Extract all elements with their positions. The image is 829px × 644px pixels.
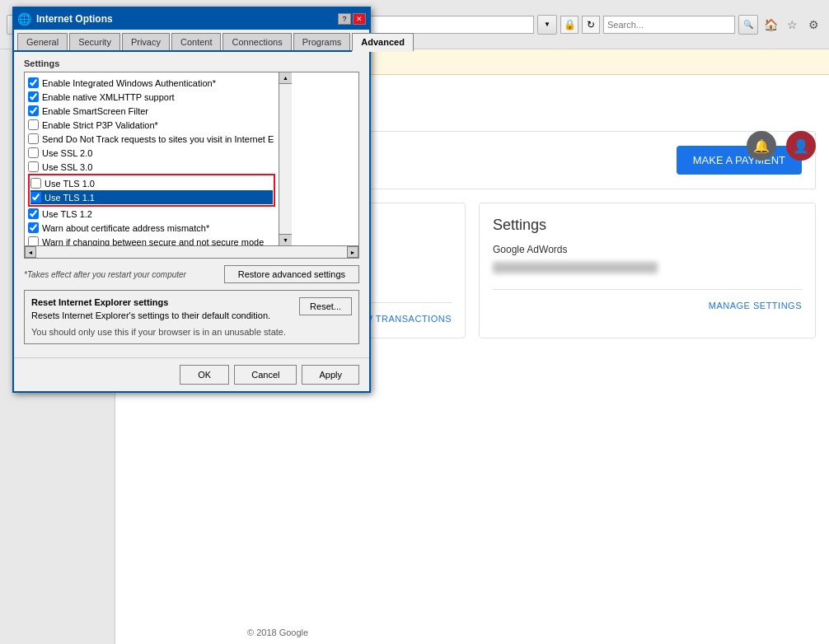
cb-label: Enable Integrated Windows Authentication… [42,78,216,88]
reset-warning: You should only use this if your browser… [31,327,352,337]
list-item: Use SSL 3.0 [28,160,275,174]
list-item: Warn if changing between secure and not … [28,235,275,245]
reset-group-title: Reset Internet Explorer settings [31,297,270,307]
cb-label: Send Do Not Track requests to sites you … [42,134,274,144]
scroll-track [279,84,292,234]
list-item: Enable Integrated Windows Authentication… [28,76,275,90]
tab-programs[interactable]: Programs [293,33,351,50]
cb-enable-integrated-auth[interactable] [28,77,39,88]
settings-footer-row: *Takes effect after you restart your com… [24,265,359,283]
cb-cert-mismatch[interactable] [28,222,39,233]
title-buttons: ? ✕ [338,13,366,25]
internet-options-dialog: 🌐 Internet Options ? ✕ General Security … [12,7,371,393]
cb-label: Use TLS 1.0 [44,179,95,189]
cb-smartscreen[interactable] [28,105,39,116]
settings-list[interactable]: Enable Integrated Windows Authentication… [25,72,279,245]
cancel-button[interactable]: Cancel [234,365,297,385]
cb-label: Use SSL 2.0 [42,148,92,158]
list-item: Send Do Not Track requests to sites you … [28,132,275,146]
cb-label: Enable SmartScreen Filter [42,106,148,116]
list-item: Enable native XMLHTTP support [28,90,275,104]
settings-group: Enable Integrated Windows Authentication… [24,72,359,259]
list-item: Enable Strict P3P Validation* [28,118,275,132]
tls-red-border-group: Use TLS 1.0 Use TLS 1.1 [28,174,275,207]
tab-advanced[interactable]: Advanced [352,33,414,52]
cb-label: Use TLS 1.1 [44,193,95,203]
scroll-down-btn[interactable]: ▼ [279,234,292,245]
reset-group-desc: Resets Internet Explorer's settings to t… [31,310,270,320]
help-button[interactable]: ? [338,13,351,25]
cb-dnt[interactable] [28,133,39,144]
cb-native-xmlhttp[interactable] [28,91,39,102]
tab-connections[interactable]: Connections [222,33,291,50]
reset-button[interactable]: Reset... [299,297,352,315]
cb-label: Warn about certificate address mismatch* [42,223,209,233]
cb-label: Use SSL 3.0 [42,162,92,172]
horizontal-scrollbar[interactable]: ◄ ► [25,245,358,258]
cb-tls12[interactable] [28,208,39,219]
dialog-body: Settings Enable Integrated Windows Authe… [14,52,369,357]
restore-advanced-settings-button[interactable]: Restore advanced settings [224,265,359,283]
tab-privacy[interactable]: Privacy [122,33,170,50]
restart-note: *Takes effect after you restart your com… [24,270,186,279]
apply-button[interactable]: Apply [302,365,359,385]
list-item: Enable SmartScreen Filter [28,104,275,118]
dialog-tabs: General Security Privacy Content Connect… [14,30,369,52]
reset-group: Reset Internet Explorer settings Resets … [24,290,359,344]
cb-label: Use TLS 1.2 [42,209,92,219]
cb-tls10[interactable] [30,178,41,189]
list-item-tls11-highlighted: Use TLS 1.1 [30,190,273,204]
dialog-footer: OK Cancel Apply [14,357,369,391]
cb-label: Warn if changing between secure and not … [42,237,264,246]
tab-content[interactable]: Content [171,33,222,50]
list-item: Use TLS 1.2 [28,207,275,221]
scroll-right-btn[interactable]: ► [347,246,358,258]
cb-label: Enable Strict P3P Validation* [42,120,158,130]
cb-warn-secure[interactable] [28,236,39,245]
dialog-overlay: 🌐 Internet Options ? ✕ General Security … [0,0,829,644]
vertical-scrollbar[interactable]: ▲ ▼ [279,72,292,245]
scroll-left-btn[interactable]: ◄ [25,246,36,258]
ok-button[interactable]: OK [180,365,229,385]
cb-strict-p3p[interactable] [28,119,39,130]
list-item: Warn about certificate address mismatch* [28,221,275,235]
scroll-up-btn[interactable]: ▲ [279,72,292,84]
cb-ssl3[interactable] [28,161,39,172]
h-scroll-track [36,246,347,258]
tab-security[interactable]: Security [69,33,120,50]
cb-ssl2[interactable] [28,147,39,158]
cb-tls11[interactable] [30,192,41,203]
close-button[interactable]: ✕ [353,13,366,25]
dialog-titlebar: 🌐 Internet Options ? ✕ [14,8,369,30]
settings-label: Settings [24,58,359,68]
tab-general[interactable]: General [17,33,68,50]
dialog-title-text: Internet Options [36,13,113,25]
cb-label: Enable native XMLHTTP support [42,92,175,102]
list-item: Use TLS 1.0 [30,176,273,190]
list-item: Use SSL 2.0 [28,146,275,160]
